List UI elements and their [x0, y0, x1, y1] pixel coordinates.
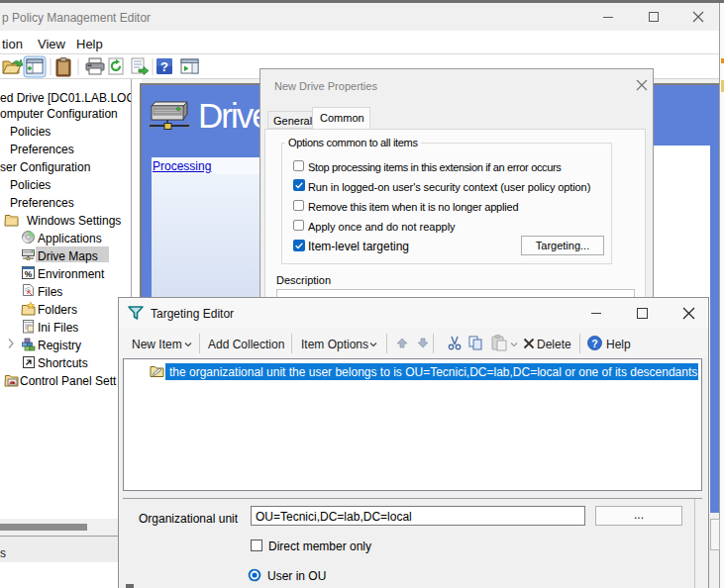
svg-text:?: ? — [160, 59, 168, 74]
svg-text:%: % — [25, 269, 33, 279]
svg-text:?: ? — [591, 338, 597, 349]
